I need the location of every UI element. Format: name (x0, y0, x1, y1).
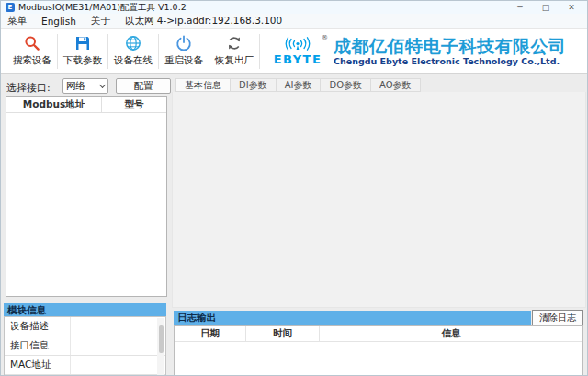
module-info-label: 设备描述 (5, 317, 71, 336)
toolbar: 搜索设备 下载参数 (1, 28, 588, 74)
module-info-value (71, 356, 165, 374)
company-name-cn: 成都亿佰特电子科技有限公司 (334, 37, 567, 56)
tab-content-basic-info (172, 92, 586, 308)
device-table-header-address: Modbus地址 (6, 97, 102, 112)
tab-ai-params[interactable]: AI参数 (277, 78, 322, 92)
log-output-title: 日志输出 (174, 311, 531, 325)
module-info-label: 接口信息 (5, 336, 71, 355)
log-header-time: 时间 (246, 326, 320, 341)
device-table-header: Modbus地址 型号 (6, 97, 166, 113)
module-info-label: MAC地址 (5, 356, 71, 374)
module-info-row: 接口信息 (5, 336, 165, 356)
menu-item-english[interactable]: English (41, 16, 76, 27)
interface-select-value: 网络 (66, 80, 85, 93)
company-name-en: Chengdu Ebyte Electronic Technology Co.,… (334, 56, 567, 66)
tab-di-params[interactable]: DI参数 (231, 78, 277, 92)
ebyte-logo: ® EBYTE (269, 37, 326, 65)
restart-device-button[interactable]: 重启设备 (159, 32, 209, 71)
minimize-button[interactable]: ─ (507, 3, 533, 12)
window-title: ModbusIO(ME31/MA01)配置工具 V1.0.2 (18, 2, 187, 14)
save-icon (74, 35, 91, 51)
search-device-button[interactable]: 搜索设备 (7, 32, 57, 71)
interface-select[interactable]: 网络 (62, 78, 108, 94)
app-icon: E (6, 3, 15, 12)
menubar: 菜单 English 关于 以太网 4->ip.addr:192.168.3.1… (1, 14, 588, 28)
scrollbar-thumb[interactable] (159, 325, 164, 353)
titlebar: E ModbusIO(ME31/MA01)配置工具 V1.0.2 ─ □ ✕ (1, 1, 588, 14)
log-header-date: 日期 (175, 326, 246, 341)
globe-icon (125, 35, 141, 51)
app-window: E ModbusIO(ME31/MA01)配置工具 V1.0.2 ─ □ ✕ 菜… (0, 0, 588, 376)
maximize-button[interactable]: □ (533, 3, 559, 12)
module-info-row: MAC地址 (5, 356, 165, 375)
power-icon (175, 35, 192, 51)
log-header-message: 信息 (320, 326, 582, 341)
menu-item-about[interactable]: 关于 (91, 15, 110, 28)
module-info-value (71, 317, 165, 336)
module-info-title: 模块信息 (4, 303, 166, 316)
toolbar-button-label: 设备在线 (114, 54, 153, 67)
parameter-tabs: 基本信息 DI参数 AI参数 DO参数 AO参数 (175, 78, 421, 92)
refresh-icon (226, 35, 243, 51)
menu-item-ethernet-status: 以太网 4->ip.addr:192.168.3.100 (125, 15, 282, 28)
device-online-button[interactable]: 设备在线 (108, 32, 158, 71)
module-info-scrollbar[interactable] (157, 318, 164, 375)
module-info-table: 设备描述 接口信息 MAC地址 固件版本 (4, 316, 166, 376)
antenna-icon (277, 37, 318, 51)
log-table: 日期 时间 信息 (174, 325, 583, 376)
tab-do-params[interactable]: DO参数 (321, 78, 371, 92)
ebyte-logo-text: EBYTE (269, 54, 326, 65)
module-info-row: 设备描述 (5, 317, 165, 336)
close-button[interactable]: ✕ (559, 3, 584, 12)
interface-select-label: 选择接口: (6, 81, 51, 95)
device-table-header-model: 型号 (102, 97, 166, 112)
window-controls: ─ □ ✕ (507, 3, 584, 12)
company-name: 成都亿佰特电子科技有限公司 Chengdu Ebyte Electronic T… (334, 37, 567, 66)
log-table-header: 日期 时间 信息 (175, 326, 582, 342)
toolbar-separator (259, 34, 260, 69)
registered-mark: ® (322, 34, 328, 41)
search-icon (24, 35, 40, 51)
download-params-button[interactable]: 下载参数 (58, 32, 107, 71)
device-table[interactable]: Modbus地址 型号 (6, 96, 167, 297)
factory-reset-button[interactable]: 恢复出厂 (209, 32, 259, 71)
toolbar-button-label: 下载参数 (63, 54, 102, 67)
toolbar-button-label: 恢复出厂 (215, 54, 254, 67)
chevron-down-icon (99, 81, 106, 87)
config-button[interactable]: 配置 (116, 78, 171, 94)
module-info-value (71, 336, 165, 355)
menu-item-main[interactable]: 菜单 (7, 15, 27, 28)
tab-basic-info[interactable]: 基本信息 (175, 78, 231, 92)
tab-ao-params[interactable]: AO参数 (371, 78, 421, 92)
clear-log-button[interactable]: 清除日志 (532, 310, 583, 325)
toolbar-button-label: 重启设备 (164, 54, 203, 67)
toolbar-button-label: 搜索设备 (13, 54, 51, 67)
brand-block: ® EBYTE 成都亿佰特电子科技有限公司 (269, 37, 567, 66)
